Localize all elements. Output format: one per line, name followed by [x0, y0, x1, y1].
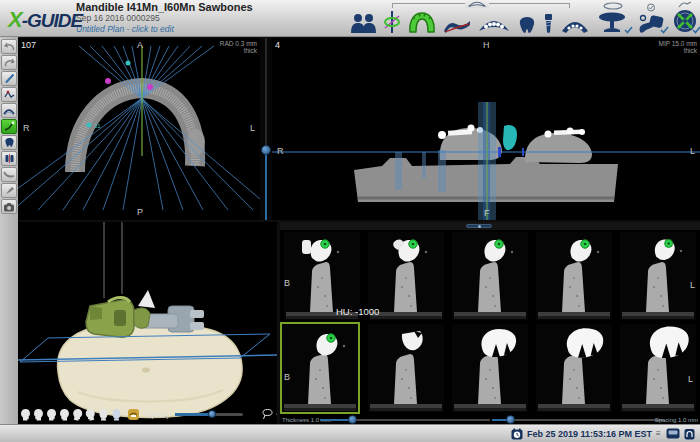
opacity-slider-handle[interactable]: [208, 410, 216, 418]
patients-icon: [349, 12, 377, 34]
spacing-label: Spacing 1.0 mm: [655, 417, 698, 423]
axial-orientation-anterior: A: [137, 40, 143, 50]
slice-cell-7[interactable]: [368, 324, 444, 412]
grip-icon: ≡: [656, 429, 662, 438]
redo-button[interactable]: [1, 55, 17, 70]
slice-image: [620, 324, 696, 412]
mandible-view-icon[interactable]: [127, 408, 140, 421]
implant-align-button[interactable]: [1, 151, 17, 166]
logo-guide: -GUIDE: [22, 10, 83, 31]
datetime-readout: Feb 25 2019 11:53:16 PM EST: [527, 429, 652, 439]
slice-image: [452, 324, 528, 412]
drill-tool-button[interactable]: [1, 183, 17, 198]
slices-row1-lingual-label: L: [690, 280, 695, 290]
lateral-orientation-feet: F: [484, 208, 490, 218]
curve-tool-button[interactable]: [1, 167, 17, 182]
slice-cell-8[interactable]: [452, 324, 528, 412]
axial-orientation-posterior: P: [137, 207, 143, 217]
undo-button[interactable]: [1, 39, 17, 54]
case-title: Mandible I41Mn_I60Mn Sawbones: [76, 2, 253, 13]
tracker-wheel-button[interactable]: [672, 0, 698, 34]
redo-icon: [4, 57, 15, 68]
spacing-slider-handle[interactable]: [506, 415, 515, 424]
view-head-tilt2-icon[interactable]: [85, 408, 96, 421]
tracker-check-icon: [692, 26, 700, 34]
slices-viewport[interactable]: B L B L HU: -1000: [280, 222, 700, 424]
slice-cell-10[interactable]: [620, 324, 696, 412]
patients-button[interactable]: [349, 12, 377, 34]
nerve-curve-icon: [4, 89, 15, 100]
case-title-block: Mandible I41Mn_I60Mn Sawbones Sep 16 201…: [76, 2, 253, 35]
slice-scroll-slider[interactable]: [466, 224, 492, 228]
render3d-viewport[interactable]: Opacity: [18, 222, 277, 424]
slice-cell-5[interactable]: [620, 232, 696, 320]
axial-viewport[interactable]: 107 RAD 0.3 mm thick A R L P: [18, 38, 260, 220]
lateral-mode-readout: MIP 15.0 mm thick: [658, 40, 697, 54]
lasso-icon[interactable]: [261, 408, 274, 421]
slice-cell-4[interactable]: [536, 232, 612, 320]
view-head-back-icon[interactable]: [111, 408, 122, 421]
undo-icon: [4, 41, 15, 52]
xguide-app: X-GUIDE Mandible I41Mn_I60Mn Sawbones Se…: [0, 0, 700, 442]
tooth-small-icon: [4, 137, 15, 148]
slice-scroll-handle[interactable]: [478, 225, 481, 228]
lateral-orientation-head: H: [483, 40, 490, 50]
slice-cell-3[interactable]: [452, 232, 528, 320]
alignment-axes-icon: [383, 10, 401, 34]
denture-mini-icon: [465, 0, 489, 8]
pano-curve-button[interactable]: [443, 16, 471, 34]
hu-readout: HU: -1000: [336, 306, 379, 317]
tool-sidebar: [0, 37, 18, 424]
lateral-mode-line1: MIP 15.0 mm: [658, 40, 697, 47]
probe-tool-icon: [4, 121, 15, 132]
axial-slice-number: 107: [21, 40, 36, 50]
display-icon[interactable]: [666, 428, 680, 439]
lateral-ct-image: [272, 38, 700, 220]
view-head-right-icon[interactable]: [33, 408, 44, 421]
tooth-tool-button[interactable]: [1, 135, 17, 150]
nerve-curve-button[interactable]: [1, 87, 17, 102]
pano-arch-button[interactable]: [1, 103, 17, 118]
axial-slider-handle[interactable]: [261, 145, 271, 155]
lateral-orientation-right: R: [277, 146, 284, 156]
handpiece-button[interactable]: [636, 3, 666, 34]
slice-image: [368, 324, 444, 412]
view-head-front-icon[interactable]: [98, 408, 109, 421]
pano-arch-icon: [3, 106, 15, 116]
view-head-tilt-icon[interactable]: [72, 408, 83, 421]
pano-curve-icon: [443, 16, 471, 34]
snapshot-button[interactable]: [1, 199, 17, 214]
system-icon[interactable]: [684, 428, 695, 440]
opacity-slider[interactable]: [175, 413, 243, 416]
lateral-viewport[interactable]: 4 MIP 15.0 mm thick H R L F: [272, 38, 700, 220]
view-head-right2-icon[interactable]: [59, 408, 70, 421]
denture-button[interactable]: [477, 17, 511, 34]
lateral-mode-line2: thick: [658, 47, 697, 54]
render3d-toolbar: Opacity: [20, 406, 277, 422]
tooth-button[interactable]: [517, 15, 537, 34]
status-bar: Feb 25 2019 11:53:16 PM EST ≡: [0, 424, 700, 442]
xray-scanner-button[interactable]: [596, 2, 630, 34]
slice-cell-6-selected[interactable]: [282, 324, 358, 412]
alignment-axes-button[interactable]: [383, 10, 401, 34]
plan-name-edit[interactable]: Untitled Plan - click to edit: [76, 24, 253, 35]
view-head-left2-icon[interactable]: [46, 408, 57, 421]
axial-slice-slider[interactable]: [260, 38, 272, 220]
implant-button[interactable]: [543, 13, 554, 34]
slice-cell-9[interactable]: [536, 324, 612, 412]
slice-cell-2[interactable]: [368, 232, 444, 320]
draw-line-button[interactable]: [1, 71, 17, 86]
handpiece-check-icon: [660, 26, 669, 34]
spacing-slider-track[interactable]: [492, 419, 663, 421]
app-logo: X-GUIDE: [8, 7, 82, 33]
lateral-orientation-left: L: [690, 146, 695, 156]
view-head-left-icon[interactable]: [20, 408, 31, 421]
mandible-arch-button[interactable]: [407, 11, 437, 34]
lasso-subtract-icon[interactable]: [276, 408, 277, 421]
slices-row1-buccal-label: B: [284, 278, 290, 288]
restoration-arch-button[interactable]: [560, 18, 590, 34]
probe-tool-button-active[interactable]: [1, 119, 17, 134]
restoration-arch-icon: [560, 18, 590, 34]
thickness-slider-handle[interactable]: [348, 415, 357, 424]
render3d-image: [18, 222, 277, 424]
